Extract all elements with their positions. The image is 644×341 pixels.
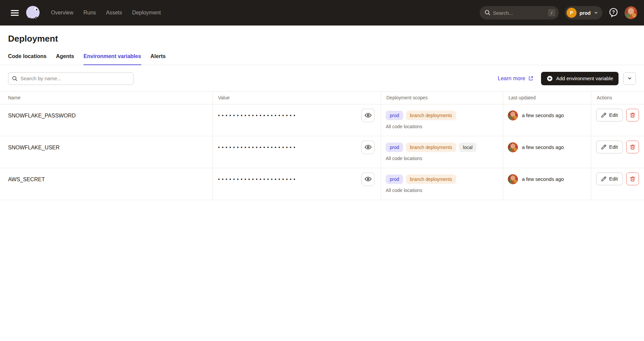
- scope-badge-local: local: [459, 143, 477, 152]
- reveal-value-button[interactable]: [361, 173, 375, 186]
- nav-link-overview[interactable]: Overview: [51, 10, 73, 16]
- last-updated-text: a few seconds ago: [522, 142, 564, 152]
- deployment-selector[interactable]: P prod: [565, 6, 602, 19]
- external-link-icon: [528, 76, 534, 81]
- pencil-icon: [601, 144, 606, 150]
- main-content: Deployment Code locations Agents Environ…: [0, 34, 644, 200]
- scope-badge-branch-deployments: branch deployments: [406, 175, 456, 184]
- hamburger-menu-icon[interactable]: [11, 10, 19, 16]
- chevron-down-icon: [594, 10, 598, 15]
- actions-cell: Edit: [591, 136, 644, 168]
- table-row: AWS_SECRET ••••••••••••••••••••• prodbra…: [0, 168, 644, 200]
- deployment-scopes-cell: prodbranch deployments All code location…: [381, 168, 503, 200]
- env-var-value-cell: •••••••••••••••••••••: [212, 136, 381, 168]
- plus-circle-icon: [546, 75, 553, 82]
- eye-icon: [365, 112, 372, 119]
- scope-badges: prodbranch deployments: [386, 111, 497, 120]
- delete-button[interactable]: [626, 173, 639, 185]
- scope-badges: prodbranch deployments: [386, 175, 497, 184]
- edit-button-label: Edit: [609, 144, 618, 150]
- add-options-dropdown-button[interactable]: [623, 72, 636, 85]
- page-title: Deployment: [8, 34, 636, 44]
- pencil-icon: [601, 176, 606, 182]
- search-shortcut-key: /: [548, 9, 555, 16]
- topnav-right-group: / P prod ?: [480, 6, 637, 19]
- svg-text:?: ?: [612, 9, 615, 15]
- actions-cell: Edit: [591, 168, 644, 200]
- edit-button[interactable]: Edit: [596, 109, 623, 121]
- reveal-value-button[interactable]: [361, 141, 375, 154]
- learn-more-label: Learn more: [498, 76, 525, 82]
- column-header-last-updated: Last updated: [503, 92, 591, 104]
- scope-badges: prodbranch deploymentslocal: [386, 143, 497, 152]
- masked-value: •••••••••••••••••••••: [218, 109, 297, 122]
- global-search-input[interactable]: [480, 6, 559, 19]
- add-environment-variable-button[interactable]: Add environment variable: [541, 72, 619, 85]
- column-header-name: Name: [0, 92, 212, 104]
- deployment-scopes-cell: prodbranch deploymentslocal All code loc…: [381, 136, 503, 168]
- scope-badge-branch-deployments: branch deployments: [406, 111, 456, 120]
- deployment-initial-badge: P: [567, 8, 577, 18]
- trash-icon: [630, 112, 636, 118]
- user-avatar[interactable]: [625, 6, 637, 19]
- column-header-actions: Actions: [591, 92, 644, 104]
- filter-by-name: [8, 72, 133, 85]
- eye-icon: [365, 144, 372, 151]
- deployment-tabs: Code locations Agents Environment variab…: [0, 53, 644, 65]
- updater-avatar: [508, 110, 518, 120]
- last-updated-cell: a few seconds ago: [503, 168, 591, 200]
- top-navigation: Overview Runs Assets Deployment / P prod…: [0, 0, 644, 26]
- last-updated-text: a few seconds ago: [522, 174, 564, 184]
- code-locations-text: All code locations: [386, 188, 497, 193]
- masked-value: •••••••••••••••••••••: [218, 141, 297, 154]
- nav-link-runs[interactable]: Runs: [84, 10, 96, 16]
- last-updated-text: a few seconds ago: [522, 110, 564, 120]
- delete-button[interactable]: [626, 109, 639, 121]
- env-var-toolbar: Learn more Add environment variable: [8, 72, 636, 85]
- eye-icon: [365, 176, 372, 183]
- global-search: /: [480, 6, 559, 19]
- pencil-icon: [601, 112, 606, 118]
- scope-badge-prod: prod: [386, 175, 403, 184]
- search-icon: [12, 76, 18, 82]
- table-row: SNOWFLAKE_USER ••••••••••••••••••••• pro…: [0, 136, 644, 168]
- nav-link-assets[interactable]: Assets: [106, 10, 122, 16]
- nav-link-deployment[interactable]: Deployment: [132, 10, 161, 16]
- column-header-value: Value: [212, 92, 381, 104]
- learn-more-link[interactable]: Learn more: [498, 76, 534, 82]
- scope-badge-prod: prod: [386, 143, 403, 152]
- filter-by-name-input[interactable]: [8, 72, 133, 85]
- edit-button-label: Edit: [609, 176, 618, 182]
- trash-icon: [630, 144, 636, 150]
- primary-nav-links: Overview Runs Assets Deployment: [51, 10, 161, 16]
- trash-icon: [630, 176, 636, 182]
- table-header-row: Name Value Deployment scopes Last update…: [0, 91, 644, 104]
- edit-button[interactable]: Edit: [596, 173, 623, 185]
- column-header-deployment-scopes: Deployment scopes: [381, 92, 503, 104]
- last-updated-cell: a few seconds ago: [503, 136, 591, 168]
- tab-agents[interactable]: Agents: [56, 53, 74, 65]
- help-icon[interactable]: ?: [608, 7, 619, 18]
- tab-alerts[interactable]: Alerts: [151, 53, 166, 65]
- delete-button[interactable]: [626, 141, 639, 153]
- edit-button[interactable]: Edit: [596, 141, 623, 153]
- code-locations-text: All code locations: [386, 156, 497, 161]
- actions-cell: Edit: [591, 104, 644, 136]
- deployment-selector-label: prod: [580, 10, 591, 16]
- edit-button-label: Edit: [609, 112, 618, 118]
- chevron-down-icon: [627, 76, 632, 81]
- environment-variables-table: Name Value Deployment scopes Last update…: [0, 91, 644, 200]
- table-row: SNOWFLAKE_PASSWORD •••••••••••••••••••••…: [0, 104, 644, 136]
- deployment-scopes-cell: prodbranch deployments All code location…: [381, 104, 503, 136]
- tab-environment-variables[interactable]: Environment variables: [84, 53, 141, 65]
- tab-code-locations[interactable]: Code locations: [8, 53, 47, 65]
- table-body: SNOWFLAKE_PASSWORD •••••••••••••••••••••…: [0, 104, 644, 200]
- dagster-logo-icon[interactable]: [25, 5, 41, 21]
- reveal-value-button[interactable]: [361, 109, 375, 122]
- add-button-label: Add environment variable: [556, 76, 613, 81]
- updater-avatar: [508, 174, 518, 184]
- masked-value: •••••••••••••••••••••: [218, 173, 297, 186]
- code-locations-text: All code locations: [386, 124, 497, 129]
- updater-avatar: [508, 142, 518, 152]
- env-var-value-cell: •••••••••••••••••••••: [212, 104, 381, 136]
